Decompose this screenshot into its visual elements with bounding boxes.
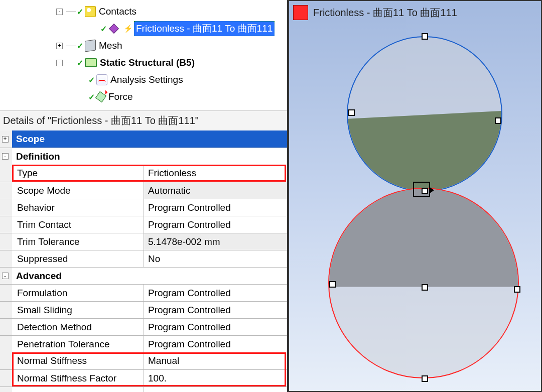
tree-item-frictionless[interactable]: ✓ ⚡ Frictionless - 曲面11 To 曲面111 — [0, 20, 287, 37]
tree-item-contacts[interactable]: - ✓ Contacts — [0, 3, 287, 20]
prop-label: Detection Method — [12, 319, 144, 335]
prop-row-penetration-tolerance[interactable]: Penetration Tolerance Program Controlled — [0, 335, 287, 352]
prop-value[interactable]: Frictionless — [144, 165, 287, 182]
prop-value[interactable]: Program Controlled — [144, 216, 287, 233]
expander-minus-icon[interactable]: - — [56, 9, 63, 15]
prop-label: Update Stiffness — [12, 387, 144, 392]
prop-row-small-sliding[interactable]: Small Sliding Program Controlled — [0, 301, 287, 318]
tree-label-frictionless: Frictionless - 曲面11 To 曲面111 — [134, 21, 275, 36]
prop-row-type[interactable]: Type Frictionless — [0, 165, 287, 182]
prop-row-formulation[interactable]: Formulation Program Controlled — [0, 284, 287, 301]
section-label: Scope — [12, 130, 287, 148]
selection-handle[interactable] — [422, 33, 428, 40]
expander-minus-icon[interactable]: - — [2, 153, 9, 160]
property-grid: + Scope - Definition Type Frictionless S… — [0, 130, 287, 392]
selection-handle[interactable] — [422, 284, 428, 291]
selection-handle[interactable] — [514, 286, 520, 293]
prop-value: 5.1478e-002 mm — [144, 233, 287, 250]
prop-row-trim-tolerance[interactable]: Trim Tolerance 5.1478e-002 mm — [0, 233, 287, 250]
details-panel-header: Details of "Frictionless - 曲面11 To 曲面111… — [0, 110, 287, 130]
selection-handle[interactable] — [348, 109, 355, 116]
section-advanced[interactable]: - Advanced — [0, 267, 287, 284]
prop-row-suppressed[interactable]: Suppressed No — [0, 250, 287, 267]
prop-value[interactable]: Program Controlled — [144, 285, 287, 301]
tree-item-static-structural[interactable]: - ✓ Static Structural (B5) — [0, 54, 287, 71]
legend-text: Frictionless - 曲面11 To 曲面111 — [313, 6, 457, 20]
outline-tree[interactable]: - ✓ Contacts ✓ ⚡ Frictionless - 曲面11 To … — [0, 0, 287, 110]
prop-value[interactable]: Program Controlled — [144, 302, 287, 318]
static-structural-icon — [85, 58, 97, 67]
prop-label: Formulation — [12, 285, 144, 301]
prop-value[interactable]: 100. — [144, 370, 287, 386]
prop-label: Normal Stiffness — [12, 352, 144, 369]
contact-face-top[interactable] — [348, 111, 501, 191]
tree-label-settings: Analysis Settings — [110, 74, 183, 85]
prop-label: Trim Contact — [12, 216, 144, 233]
prop-row-normal-stiffness-factor[interactable]: Normal Stiffness Factor 100. — [0, 369, 287, 386]
selection-handle[interactable] — [422, 375, 428, 382]
selection-handle[interactable] — [329, 281, 336, 288]
tree-label-contacts: Contacts — [99, 6, 137, 17]
prop-label: Suppressed — [12, 250, 144, 267]
status-check-icon: ✓ — [77, 58, 83, 68]
viewport-legend: Frictionless - 曲面11 To 曲面111 — [293, 5, 457, 20]
tree-item-force[interactable]: ✓ Force — [0, 88, 287, 105]
contacts-icon — [85, 6, 96, 17]
prop-row-scope-mode[interactable]: Scope Mode Automatic — [0, 182, 287, 199]
prop-value[interactable]: Program Controlled — [144, 199, 287, 216]
prop-row-update-stiffness[interactable]: Update Stiffness Program Controlled — [0, 386, 287, 392]
prop-label: Scope Mode — [12, 182, 144, 199]
tree-item-mesh[interactable]: + ✓ Mesh — [0, 37, 287, 54]
prop-row-trim-contact[interactable]: Trim Contact Program Controlled — [0, 216, 287, 233]
viewport-3d[interactable]: Frictionless - 曲面11 To 曲面111 — [288, 0, 542, 392]
prop-label: Small Sliding — [12, 302, 144, 318]
prop-value: Automatic — [144, 182, 287, 199]
body-bottom-circle[interactable] — [328, 188, 519, 378]
status-check-icon: ✓ — [77, 41, 83, 51]
prop-label: Trim Tolerance — [12, 233, 144, 250]
prop-row-detection-method[interactable]: Detection Method Program Controlled — [0, 318, 287, 335]
mesh-icon — [85, 39, 96, 52]
prop-label: Penetration Tolerance — [12, 336, 144, 352]
section-label: Definition — [12, 148, 287, 165]
status-check-icon: ✓ — [88, 75, 95, 85]
expander-minus-icon[interactable]: - — [56, 60, 63, 66]
section-label: Advanced — [12, 268, 287, 284]
expander-minus-icon[interactable]: - — [2, 273, 9, 279]
expander-plus-icon[interactable]: + — [56, 43, 63, 49]
frictionless-icon — [108, 23, 119, 34]
analysis-settings-icon — [96, 74, 107, 85]
tree-label-static: Static Structural (B5) — [100, 57, 195, 68]
prop-value[interactable]: Program Controlled — [144, 336, 287, 352]
tree-label-mesh: Mesh — [99, 40, 122, 51]
contact-face-bottom[interactable] — [329, 189, 518, 287]
tree-item-analysis-settings[interactable]: ✓ Analysis Settings — [0, 71, 287, 88]
prop-value[interactable]: Program Controlled — [144, 319, 287, 335]
body-top-circle[interactable] — [347, 36, 502, 192]
prop-row-behavior[interactable]: Behavior Program Controlled — [0, 199, 287, 216]
prop-value[interactable]: Manual — [144, 352, 287, 369]
expander-plus-icon[interactable]: + — [2, 136, 9, 143]
section-definition[interactable]: - Definition — [0, 148, 287, 165]
status-check-icon: ✓ — [100, 24, 107, 34]
prop-label: Normal Stiffness Factor — [12, 370, 144, 386]
selection-handle[interactable] — [422, 188, 428, 194]
status-check-icon: ✓ — [88, 92, 95, 102]
tree-label-force: Force — [108, 91, 133, 102]
prop-value[interactable]: Program Controlled — [144, 387, 287, 392]
prop-label: Behavior — [12, 199, 144, 216]
force-icon — [96, 92, 105, 101]
prop-label: Type — [12, 165, 144, 182]
section-scope[interactable]: + Scope — [0, 130, 287, 148]
legend-swatch-red — [293, 5, 308, 20]
status-check-icon: ✓ — [77, 7, 83, 17]
prop-row-normal-stiffness[interactable]: Normal Stiffness Manual — [0, 352, 287, 369]
selection-handle[interactable] — [495, 117, 501, 124]
prop-value[interactable]: No — [144, 250, 287, 267]
lightning-icon: ⚡ — [123, 24, 133, 33]
